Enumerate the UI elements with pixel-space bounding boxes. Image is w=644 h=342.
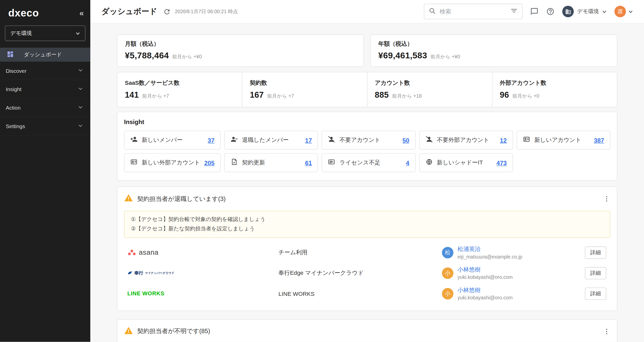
insight-chip-count[interactable]: 473 — [496, 159, 507, 166]
insight-chip-new-external-accounts[interactable]: 新しい外部アカウント 205 — [124, 153, 221, 172]
insight-chip-label: 不要アカウント — [339, 136, 380, 144]
insight-chip-count[interactable]: 50 — [403, 136, 409, 144]
stat-card-yearly: 年額（税込） ¥69,461,583 前月から +¥0 — [371, 35, 617, 67]
chevron-down-icon — [77, 85, 84, 93]
primary-stats-row: 月額（税込） ¥5,788,464 前月から +¥0 年額（税込） ¥69,46… — [117, 35, 617, 67]
organization-building-icon — [562, 6, 574, 17]
dashboard-grid-icon — [7, 50, 14, 59]
asana-wordmark: asana — [139, 248, 158, 256]
alert-card-unknown-owners: 契約担当者が不明です(85) — [117, 319, 617, 342]
insight-chip-label: 退職したメンバー — [242, 136, 289, 144]
kebab-menu-icon[interactable] — [603, 328, 610, 335]
insight-chip-contract-renewal[interactable]: 契約更新 61 — [224, 153, 318, 172]
sidebar-item-dashboard[interactable]: ダッシュボード — [0, 48, 90, 62]
insight-chip-count[interactable]: 17 — [305, 136, 312, 144]
organization-menu[interactable]: デモ環境 — [562, 6, 606, 17]
table-row: 奉行 マイナンバークラウド 奉行Edge マイナンバークラウド 小 小林悠樹 y… — [117, 263, 617, 283]
insight-chip-retired-members[interactable]: 退職したメンバー 17 — [224, 131, 318, 149]
refresh-icon[interactable] — [163, 8, 171, 15]
stat-value: ¥5,788,464 — [125, 50, 169, 60]
help-icon[interactable] — [546, 7, 554, 15]
insight-chip-count[interactable]: 387 — [594, 136, 604, 144]
warning-icon — [124, 326, 133, 337]
sidebar-item-settings[interactable]: Settings — [0, 117, 90, 135]
detail-button[interactable]: 詳細 — [585, 267, 606, 279]
alert-tipbox: ①【デクセコ】契約台帳で対象の契約を確認しましょう ②【デクセコ】新たな契約担当… — [124, 211, 610, 238]
detail-button[interactable]: 詳細 — [585, 246, 606, 259]
table-row: LINE WORKS LINE WORKS 小 小林悠樹 yuki.kobaya… — [117, 283, 617, 304]
main-area: ダッシュボード 2026年1月7日 06:00:21 時点 — [90, 0, 644, 342]
dxeco-logo[interactable]: dxeco — [8, 7, 39, 19]
environment-select[interactable]: デモ環境 — [5, 25, 85, 41]
insight-chip-count[interactable]: 37 — [208, 136, 215, 144]
sidebar-item-action[interactable]: Action — [0, 99, 90, 117]
asana-logo: asana — [127, 248, 279, 256]
search-input[interactable] — [440, 8, 507, 15]
feedback-chat-icon[interactable] — [530, 7, 538, 15]
warning-icon — [124, 194, 133, 204]
stat-delta: 前月から +0 — [512, 93, 539, 100]
insight-chip-count[interactable]: 61 — [305, 159, 312, 166]
person-name-link[interactable]: 小林悠樹 — [458, 266, 513, 273]
insight-chip-unneeded-accounts[interactable]: 不要アカウント 50 — [322, 131, 415, 149]
person-name-link[interactable]: 松浦英治 — [458, 246, 522, 253]
person-add-icon — [130, 135, 137, 145]
insight-chip-label: 契約更新 — [242, 159, 265, 166]
bugyo-edge-logo: 奉行 マイナンバークラウド — [127, 270, 279, 276]
insight-chip-new-members[interactable]: 新しいメンバー 37 — [124, 131, 221, 149]
table-row: asana チーム利用 松 松浦英治 eiji_matsuura@example… — [117, 242, 617, 263]
person-cell: 小 小林悠樹 yuki.kobayashi@oro.com — [442, 286, 584, 300]
insight-chip-label: 新しい外部アカウント — [142, 159, 200, 166]
kebab-menu-icon[interactable] — [603, 195, 610, 202]
insight-card: Insight 新しいメンバー 37 退職したメンバー — [117, 112, 617, 181]
avatar: 松 — [442, 247, 453, 258]
insight-chip-count[interactable]: 205 — [204, 159, 215, 166]
alert-tip-line: ①【デクセコ】契約台帳で対象の契約を確認しましょう — [131, 215, 603, 224]
person-remove-icon — [231, 135, 238, 145]
stat-label: 年額（税込） — [378, 40, 610, 48]
sidebar-logo-row: dxeco « — [0, 0, 90, 24]
detail-button[interactable]: 詳細 — [585, 287, 606, 300]
insight-chip-label: 新しいメンバー — [142, 136, 183, 144]
sidebar-item-discover[interactable]: Discover — [0, 62, 90, 80]
filter-icon[interactable] — [510, 7, 518, 16]
insight-chip-count[interactable]: 12 — [500, 136, 507, 144]
avatar: 小 — [442, 288, 453, 299]
user-menu[interactable]: 渡 — [614, 6, 633, 17]
stat-delta: 前月から +7 — [142, 93, 169, 100]
person-name-link[interactable]: 小林悠樹 — [458, 286, 513, 294]
sidebar-item-insight[interactable]: Insight — [0, 80, 90, 99]
insight-chip-license-shortage[interactable]: ライセンス不足 4 — [322, 153, 415, 172]
insight-chip-unneeded-external-accounts[interactable]: 不要外部アカウント 12 — [419, 131, 513, 149]
stat-card-contract-count: 契約数 167 前月から +7 — [242, 72, 367, 107]
person-cell: 松 松浦英治 eiji_matsuura@example.co.jp — [442, 246, 584, 260]
stat-value: 96 — [500, 90, 509, 100]
person-cell: 小 小林悠樹 yuki.kobayashi@oro.com — [442, 266, 584, 280]
insight-chip-label: 新しいシャドーIT — [437, 159, 483, 166]
sidebar-item-label: Insight — [6, 86, 22, 92]
stat-label: アカウント数 — [375, 79, 485, 87]
stat-card-monthly: 月額（税込） ¥5,788,464 前月から +¥0 — [117, 35, 364, 67]
alert-card-retired-owners: 契約担当者が退職しています(3) ①【デクセコ】契約台帳で対象の契約を確認しまし… — [117, 186, 617, 311]
person-off-icon — [328, 135, 335, 145]
user-avatar: 渡 — [614, 6, 626, 17]
chevron-down-icon — [76, 31, 80, 36]
stat-label: SaaS数／サービス数 — [125, 79, 235, 87]
insight-grid: 新しいメンバー 37 退職したメンバー 17 不 — [124, 131, 610, 172]
topbar-actions: デモ環境 渡 — [424, 4, 633, 20]
alert-title: 契約担当者が退職しています(3) — [137, 195, 226, 203]
id-card-external-icon — [130, 158, 137, 167]
chevron-down-icon — [77, 104, 84, 112]
insight-title: Insight — [124, 118, 610, 125]
data-timestamp: 2026年1月7日 06:00:21 時点 — [175, 8, 238, 15]
stat-card-account-count: アカウント数 885 前月から +18 — [367, 72, 492, 107]
service-name: 奉行Edge マイナンバークラウド — [279, 269, 442, 277]
insight-chip-new-accounts[interactable]: 新しいアカウント 387 — [517, 131, 610, 149]
insight-chip-new-shadow-it[interactable]: 新しいシャドーIT 473 — [419, 153, 513, 172]
secondary-stats-row: SaaS数／サービス数 141 前月から +7 契約数 167 前月から +7 … — [117, 72, 617, 107]
chevron-down-icon — [628, 9, 633, 14]
sidebar-collapse-icon[interactable]: « — [79, 9, 84, 17]
insight-chip-count[interactable]: 4 — [406, 159, 409, 166]
search-icon — [429, 7, 437, 16]
stat-value: 141 — [125, 90, 139, 100]
